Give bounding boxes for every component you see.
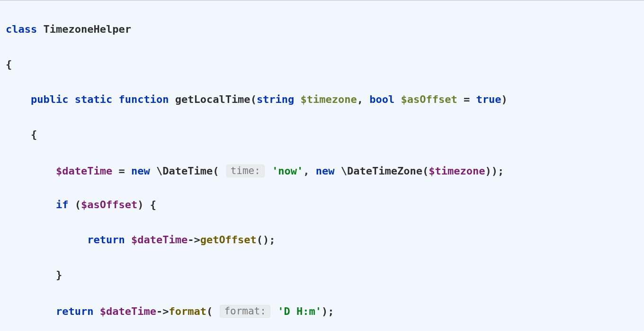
paren-open: ( — [213, 165, 219, 177]
paren-open: ( — [250, 93, 257, 105]
semicolon: ; — [269, 234, 275, 246]
param-timezone: $timezone — [301, 93, 357, 105]
paren-open: ( — [422, 165, 429, 177]
paren-open: ( — [206, 305, 213, 317]
paren-close: ) — [137, 199, 143, 211]
keyword-return: return — [87, 234, 125, 246]
method-getoffset: getOffset — [200, 234, 257, 246]
semicolon: ; — [498, 165, 504, 177]
class-ref-datetime: \DateTime — [156, 165, 213, 177]
brace-open: { — [6, 58, 12, 70]
parens: () — [257, 234, 269, 246]
keyword-class: class — [6, 23, 37, 35]
brace-close: } — [56, 269, 62, 281]
var-asoffset: $asOffset — [81, 199, 137, 211]
code-line[interactable]: if ($asOffset) { — [6, 200, 644, 224]
var-datetime: $dateTime — [131, 234, 188, 246]
class-ref-datetimezone: \DateTimeZone — [341, 165, 422, 177]
method-format: format — [169, 305, 206, 317]
code-line[interactable]: return $dateTime->getOffset(); — [6, 235, 644, 259]
code-line[interactable]: public static function getLocalTime(stri… — [6, 94, 644, 119]
comma: , — [303, 165, 309, 177]
paren-close: )) — [485, 165, 498, 177]
code-line[interactable]: { — [6, 59, 644, 84]
arrow: -> — [188, 234, 200, 246]
param-asoffset: $asOffset — [401, 93, 457, 105]
code-line[interactable]: } — [6, 270, 644, 294]
paren-close: ) — [501, 93, 508, 105]
arrow: -> — [156, 305, 169, 317]
type-bool: bool — [369, 93, 394, 105]
code-editor[interactable]: class TimezoneHelper { public static fun… — [0, 0, 644, 331]
keyword-public: public — [31, 93, 68, 105]
equals: = — [118, 165, 125, 177]
brace-open: { — [31, 129, 37, 140]
function-name: getLocalTime — [175, 93, 250, 105]
keyword-if: if — [56, 199, 69, 211]
comma: , — [357, 93, 363, 105]
param-hint-format: format: — [220, 305, 270, 318]
keyword-function: function — [118, 93, 169, 105]
literal-true: true — [476, 93, 501, 105]
var-datetime: $dateTime — [100, 305, 156, 317]
semicolon: ; — [328, 305, 334, 317]
keyword-static: static — [75, 93, 112, 105]
var-datetime: $dateTime — [56, 165, 112, 177]
paren-open: ( — [75, 199, 81, 211]
param-hint-time: time: — [226, 165, 265, 177]
brace-open: { — [150, 199, 156, 211]
keyword-new: new — [131, 165, 150, 177]
keyword-return: return — [56, 305, 93, 317]
paren-close: ) — [322, 305, 328, 317]
code-line[interactable]: return $dateTime->format( format: 'D H:m… — [6, 305, 644, 330]
type-string: string — [257, 93, 294, 105]
code-line[interactable]: $dateTime = new \DateTime( time: 'now', … — [6, 165, 644, 189]
string-now: 'now' — [272, 165, 303, 177]
code-line[interactable]: class TimezoneHelper — [6, 24, 644, 49]
class-name: TimezoneHelper — [43, 23, 131, 35]
string-dhm: 'D H:m' — [277, 305, 322, 317]
code-line[interactable]: { — [6, 129, 644, 154]
keyword-new: new — [316, 165, 335, 177]
var-timezone: $timezone — [429, 165, 485, 177]
equals: = — [464, 93, 470, 105]
